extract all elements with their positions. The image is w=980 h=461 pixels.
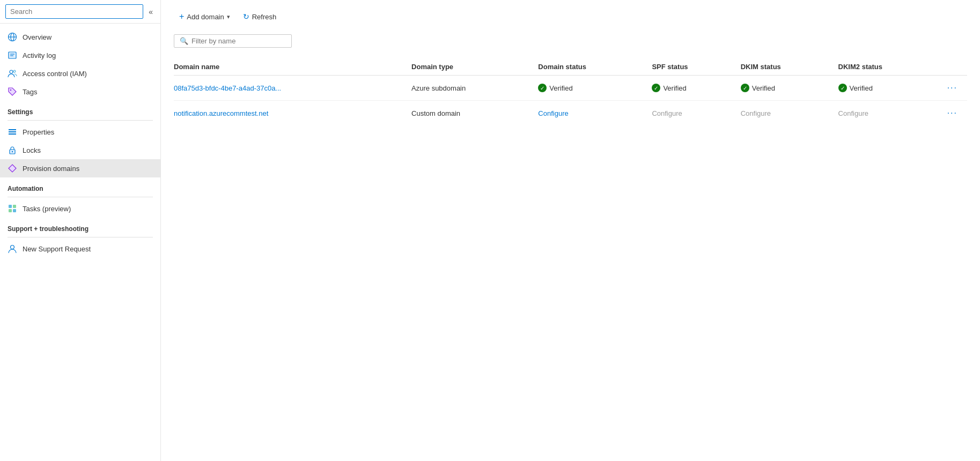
- domain-status-verified: ✓Verified: [538, 84, 645, 92]
- col-header-actions: [944, 58, 967, 76]
- globe-icon: [8, 32, 17, 42]
- sidebar-item-activity-log-label: Activity log: [23, 51, 56, 60]
- col-header-domain-status: Domain status: [538, 58, 652, 76]
- tasks-icon: [8, 204, 17, 213]
- table-row: 08fa75d3-bfdc-4be7-a4ad-37c0a...Azure su…: [174, 76, 967, 101]
- sidebar-item-properties[interactable]: Properties: [0, 123, 160, 141]
- svg-rect-11: [9, 133, 16, 135]
- support-divider: [8, 237, 153, 237]
- svg-rect-10: [9, 131, 16, 132]
- sidebar-item-overview-label: Overview: [23, 33, 51, 41]
- domain-status-configure-link[interactable]: Configure: [538, 109, 568, 117]
- col-header-spf-status: SPF status: [652, 58, 740, 76]
- plus-icon: +: [179, 12, 184, 21]
- svg-rect-9: [9, 129, 16, 130]
- automation-divider: [8, 197, 153, 197]
- lock-icon: [8, 145, 17, 155]
- support-section-title: Support + troubleshooting: [0, 218, 160, 235]
- row-more-options-button[interactable]: ···: [944, 107, 961, 119]
- sidebar-nav: Overview Activity log Acces: [0, 24, 160, 262]
- filter-input[interactable]: [191, 37, 286, 45]
- refresh-label: Refresh: [252, 13, 277, 21]
- sidebar-item-tags[interactable]: Tags: [0, 83, 160, 101]
- refresh-icon: ↻: [243, 12, 249, 21]
- refresh-button[interactable]: ↻ Refresh: [238, 9, 282, 24]
- sidebar-collapse-button[interactable]: «: [146, 6, 155, 17]
- col-header-domain-type: Domain type: [411, 58, 538, 76]
- col-header-dkim2-status: DKIM2 status: [838, 58, 944, 76]
- sidebar-item-provision-domains-label: Provision domains: [23, 165, 79, 173]
- sidebar-item-new-support-request-label: New Support Request: [23, 245, 91, 253]
- search-input[interactable]: [5, 4, 143, 19]
- filter-search-icon: 🔍: [180, 37, 188, 45]
- sidebar-item-tags-label: Tags: [23, 88, 37, 96]
- dkim-status-verified: ✓Verified: [741, 84, 832, 92]
- row-actions-cell: ···: [944, 76, 967, 101]
- toolbar: + Add domain ▾ ↻ Refresh: [174, 9, 967, 25]
- domain-type-cell: Azure subdomain: [411, 76, 538, 101]
- spf-status-cell: Configure: [652, 101, 740, 126]
- dkim2-status-cell: ✓Verified: [838, 76, 944, 101]
- check-icon: ✓: [838, 84, 847, 92]
- settings-divider: [8, 120, 153, 121]
- settings-section-title: Settings: [0, 101, 160, 118]
- sidebar-item-tasks-preview[interactable]: Tasks (preview): [0, 199, 160, 218]
- row-more-options-button[interactable]: ···: [944, 82, 961, 94]
- filter-area: 🔍: [174, 34, 292, 48]
- bars-icon: [8, 127, 17, 137]
- add-domain-button[interactable]: + Add domain ▾: [174, 9, 235, 25]
- sidebar-item-tasks-preview-label: Tasks (preview): [23, 205, 71, 213]
- dkim2-status-verified: ✓Verified: [838, 84, 938, 92]
- spf-status-configure: Configure: [652, 109, 682, 117]
- sidebar-item-overview[interactable]: Overview: [0, 28, 160, 46]
- svg-point-13: [12, 151, 13, 152]
- sidebar: « Overview Activity log: [0, 0, 161, 461]
- sidebar-item-access-control[interactable]: Access control (IAM): [0, 64, 160, 83]
- table-header-row: Domain name Domain type Domain status SP…: [174, 58, 967, 76]
- dkim2-status-cell: Configure: [838, 101, 944, 126]
- domain-status-cell: ✓Verified: [538, 76, 652, 101]
- table-row: notification.azurecommtest.netCustom dom…: [174, 101, 967, 126]
- svg-rect-15: [9, 205, 12, 208]
- sidebar-item-access-control-label: Access control (IAM): [23, 70, 87, 78]
- spf-status-cell: ✓Verified: [652, 76, 740, 101]
- add-domain-label: Add domain: [187, 13, 224, 21]
- person-icon: [8, 244, 17, 254]
- check-icon: ✓: [652, 84, 660, 92]
- svg-rect-3: [9, 52, 16, 58]
- dkim2-status-configure: Configure: [838, 109, 868, 117]
- people-icon: [8, 69, 17, 78]
- domain-status-cell[interactable]: Configure: [538, 101, 652, 126]
- chevron-down-icon: ▾: [227, 13, 230, 20]
- dkim-status-configure: Configure: [741, 109, 771, 117]
- domain-name-link[interactable]: notification.azurecommtest.net: [174, 109, 268, 117]
- tag-icon: [8, 87, 17, 96]
- col-header-dkim-status: DKIM status: [741, 58, 838, 76]
- svg-point-6: [10, 70, 13, 73]
- dkim-status-cell: Configure: [741, 101, 838, 126]
- sidebar-item-provision-domains[interactable]: Provision domains: [0, 159, 160, 177]
- svg-rect-16: [13, 205, 16, 208]
- domain-table: Domain name Domain type Domain status SP…: [174, 58, 967, 125]
- svg-point-8: [10, 90, 11, 91]
- domain-type-cell: Custom domain: [411, 101, 538, 126]
- check-icon: ✓: [741, 84, 749, 92]
- svg-rect-17: [9, 209, 12, 212]
- sidebar-item-locks-label: Locks: [23, 146, 41, 154]
- sidebar-item-activity-log[interactable]: Activity log: [0, 46, 160, 64]
- main-content: + Add domain ▾ ↻ Refresh 🔍 Domain name D…: [161, 0, 980, 461]
- sidebar-item-new-support-request[interactable]: New Support Request: [0, 240, 160, 258]
- sidebar-search-area: «: [0, 0, 160, 24]
- col-header-domain-name: Domain name: [174, 58, 411, 76]
- domain-name-link[interactable]: 08fa75d3-bfdc-4be7-a4ad-37c0a...: [174, 84, 281, 92]
- svg-rect-18: [13, 209, 16, 212]
- sidebar-item-properties-label: Properties: [23, 128, 54, 136]
- automation-section-title: Automation: [0, 177, 160, 195]
- sidebar-item-locks[interactable]: Locks: [0, 141, 160, 159]
- svg-marker-14: [9, 165, 16, 172]
- svg-point-19: [11, 246, 14, 249]
- check-icon: ✓: [538, 84, 547, 92]
- diamond-icon: [8, 163, 17, 173]
- svg-point-7: [13, 70, 16, 72]
- spf-status-verified: ✓Verified: [652, 84, 734, 92]
